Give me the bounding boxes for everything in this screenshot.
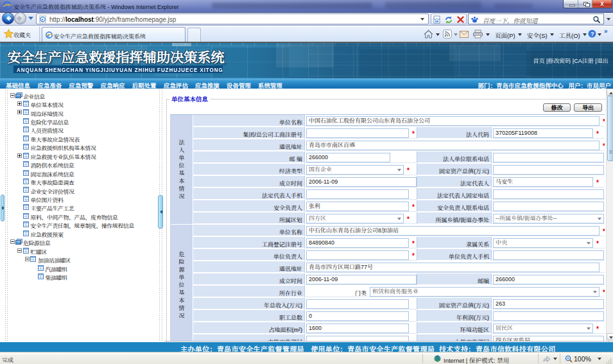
svg-text:e: e [42,17,44,21]
svg-text:?: ? [591,31,594,37]
